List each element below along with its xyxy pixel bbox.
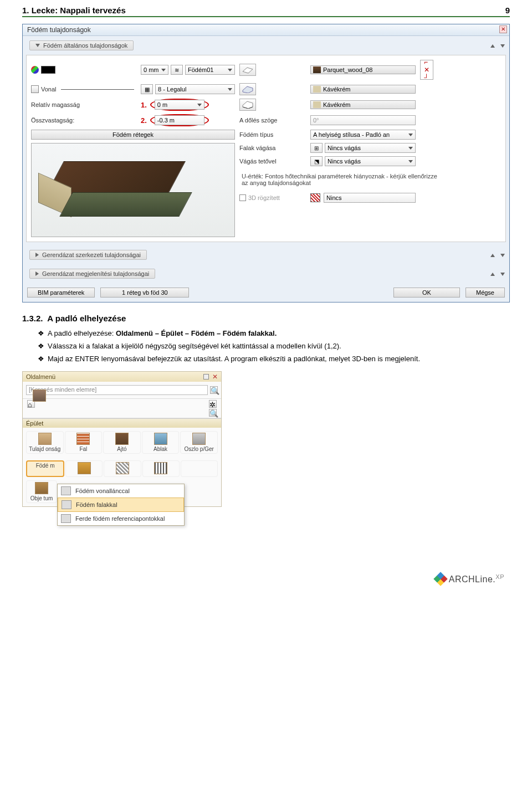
cut-roof-icon[interactable]: ⬔ [310, 156, 323, 166]
section-general-tab[interactable]: Födém általános tulajdonságok [29, 40, 134, 50]
scroll-up-icon[interactable] [490, 254, 495, 257]
ribbon-row-1: Tulajd onság Fal Ajtó Ablak Oszlo p/Ger [23, 428, 221, 457]
pin-icon[interactable] [203, 374, 209, 380]
hatch-icon[interactable] [310, 193, 320, 202]
ribbon-roof[interactable] [65, 460, 103, 477]
material-side-button[interactable]: Kávékrém [310, 85, 416, 94]
ribbon-wall[interactable]: Fal [65, 431, 103, 454]
tilt-angle-field: 0° [310, 115, 416, 125]
slab-properties-dialog: Födém tulajdonságok ✕ Födém általános tu… [22, 24, 510, 302]
scroll-up-icon[interactable] [490, 273, 495, 276]
scroll-down-icon[interactable] [500, 44, 505, 48]
scroll-up-icon[interactable] [490, 44, 495, 48]
bim-params-button[interactable]: BIM paraméterek [27, 288, 95, 298]
layer-select-icon[interactable]: ▦ [141, 84, 153, 94]
total-thickness-value: -0.3 m [157, 117, 175, 124]
close-icon[interactable]: ✕ [499, 25, 507, 33]
cut-roof-label: Vágás tetővel [239, 158, 306, 165]
relative-height-dropdown[interactable]: 0 m [155, 100, 204, 110]
slab-name-dropdown[interactable]: Födém01 [185, 65, 235, 75]
top-surface-icon[interactable] [239, 64, 256, 76]
panel-titlebar[interactable]: Oldalmenü ✕ [23, 372, 221, 382]
by-walls-icon [62, 500, 71, 509]
section-display-label: Gerendázat megjelenítési tulajdonságai [42, 270, 149, 277]
chevron-down-icon [35, 44, 40, 47]
search-input[interactable]: [Keresés minden elemre] [26, 385, 208, 395]
ok-button[interactable]: OK [393, 288, 460, 298]
material-top-label: Parquet_wood_08 [323, 66, 372, 73]
material-side-label: Kávékrém [323, 86, 351, 93]
layer-dropdown[interactable]: 8 - Legalul [155, 84, 235, 94]
pen-line-icon[interactable] [31, 85, 39, 93]
page-number: 9 [505, 6, 510, 15]
slab-type-value: A helyiség stílusa - Padló an [313, 131, 390, 138]
line-thickness-dropdown[interactable]: 0 mm [141, 65, 168, 75]
ribbon-window[interactable]: Ablak [142, 431, 180, 454]
logo-icon [433, 572, 447, 586]
side-panel: Oldalmenü ✕ [Keresés minden elemre] 🔍 ⌂ … [22, 371, 222, 507]
material-bottom-button[interactable]: Kávékrém [310, 100, 416, 109]
annotation-circle-2: -0.3 m [150, 114, 209, 126]
annotation-1: 1. [141, 101, 147, 109]
color-swatch[interactable] [41, 66, 55, 74]
preset-button[interactable]: 1 réteg vb föd 30 [100, 288, 189, 298]
list-item: Válassza ki a falakat a kijelölő négyszö… [38, 340, 510, 353]
layer-icon[interactable]: ≋ [171, 65, 183, 75]
scroll-down-icon[interactable] [500, 254, 505, 257]
polyline-icon [61, 486, 71, 495]
bottom-surface-icon[interactable] [239, 99, 256, 111]
section-struct-label: Gerendázat szerkezeti tulajdonságai [42, 252, 141, 258]
submenu-polyline[interactable]: Födém vonallánccal [58, 484, 184, 498]
section-display-tab[interactable]: Gerendázat megjelenítési tulajdonságai [29, 269, 155, 279]
cut-walls-dropdown[interactable]: Nincs vágás [325, 143, 416, 153]
cut-roof-value: Nincs vágás [328, 158, 361, 165]
gear-icon[interactable]: ✲ [209, 400, 217, 408]
material-swatch-icon [313, 101, 321, 108]
search-small-icon[interactable]: 🔍 [209, 409, 217, 417]
cancel-button[interactable]: Mégse [466, 288, 505, 298]
list-item: Majd az ENTER lenyomásával befejezzük az… [38, 353, 510, 366]
ribbon-stair[interactable] [104, 460, 141, 477]
chevron-right-icon [35, 253, 39, 257]
slab-type-dropdown[interactable]: A helyiség stílusa - Padló an [310, 130, 416, 140]
chevron-right-icon [35, 271, 39, 276]
ribbon-properties[interactable]: Tulajd onság [26, 431, 64, 454]
ribbon-door[interactable]: Ajtó [103, 431, 141, 454]
section-general-label: Födém általános tulajdonságok [43, 42, 127, 49]
ribbon-slab[interactable]: Födé m [26, 460, 64, 477]
dialog-titlebar[interactable]: Födém tulajdonságok ✕ [23, 24, 509, 36]
close-icon[interactable]: ✕ [212, 373, 218, 381]
cut-walls-icon[interactable]: ⊞ [310, 143, 323, 153]
sloped-icon [61, 514, 71, 523]
ribbon-column[interactable]: Oszlo p/Ger [180, 431, 218, 454]
slab-layers-button[interactable]: Födém rétegek [31, 130, 235, 140]
header-rule [22, 16, 510, 17]
corner-lock-icon[interactable]: ⌐✕┘ [420, 60, 433, 80]
brand-logo: ARCHLine.XP [22, 573, 510, 584]
ribbon-railing[interactable] [142, 460, 180, 477]
section-heading: 1.3.2. A padló elhelyezése [22, 314, 510, 323]
relative-height-value: 0 m [157, 101, 167, 108]
search-icon[interactable]: 🔍 [210, 386, 218, 394]
ribbon-row-2: Födé m [23, 457, 221, 480]
fixed-3d-label: 3D rögzített [248, 194, 280, 201]
dialog-title-text: Födém tulajdonságok [27, 26, 91, 34]
hatch-dropdown[interactable]: Nincs [324, 193, 416, 203]
slab-name-value: Födém01 [188, 66, 213, 73]
slab-type-label: Födém típus [239, 131, 306, 138]
material-top-button[interactable]: Parquet_wood_08 [310, 65, 416, 74]
pen-color-icon[interactable] [31, 66, 39, 74]
cut-roof-dropdown[interactable]: Nincs vágás [325, 156, 416, 166]
category-building[interactable]: Épület [23, 418, 221, 428]
cut-walls-value: Nincs vágás [328, 145, 361, 151]
total-thickness-label: Összvastagság: [31, 117, 136, 124]
side-surface-icon[interactable] [239, 83, 256, 95]
section-struct-tab[interactable]: Gerendázat szerkezeti tulajdonságai [29, 250, 147, 260]
scroll-down-icon[interactable] [500, 273, 505, 276]
ribbon-blank [181, 460, 218, 477]
ribbon-object[interactable]: Obje tum [26, 480, 57, 503]
total-thickness-field[interactable]: -0.3 m [155, 115, 204, 125]
submenu-by-walls[interactable]: Födém falakkal [58, 498, 184, 512]
fixed-3d-checkbox[interactable] [239, 194, 246, 201]
submenu-sloped[interactable]: Ferde födém referenciapontokkal [58, 512, 184, 525]
